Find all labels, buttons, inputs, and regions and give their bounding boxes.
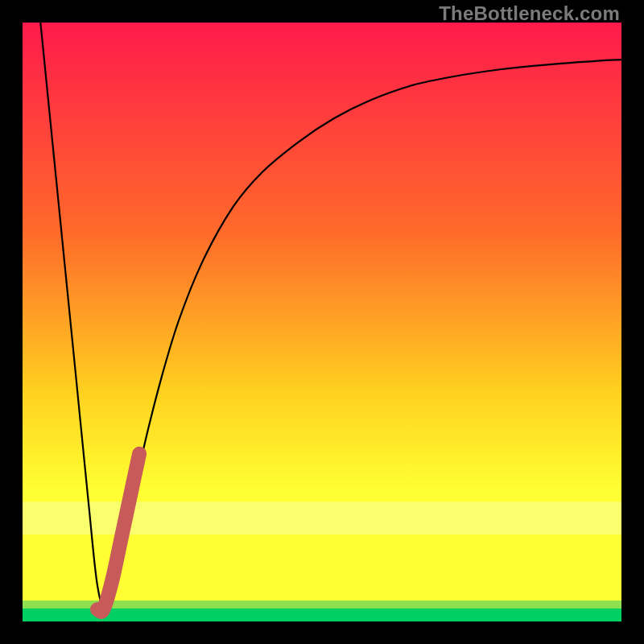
band-pale	[23, 502, 621, 535]
watermark-text: TheBottleneck.com	[439, 2, 620, 25]
chart-svg	[23, 23, 621, 621]
chart-frame: TheBottleneck.com	[0, 0, 644, 644]
plot-area	[23, 23, 621, 621]
band-green	[23, 609, 621, 621]
